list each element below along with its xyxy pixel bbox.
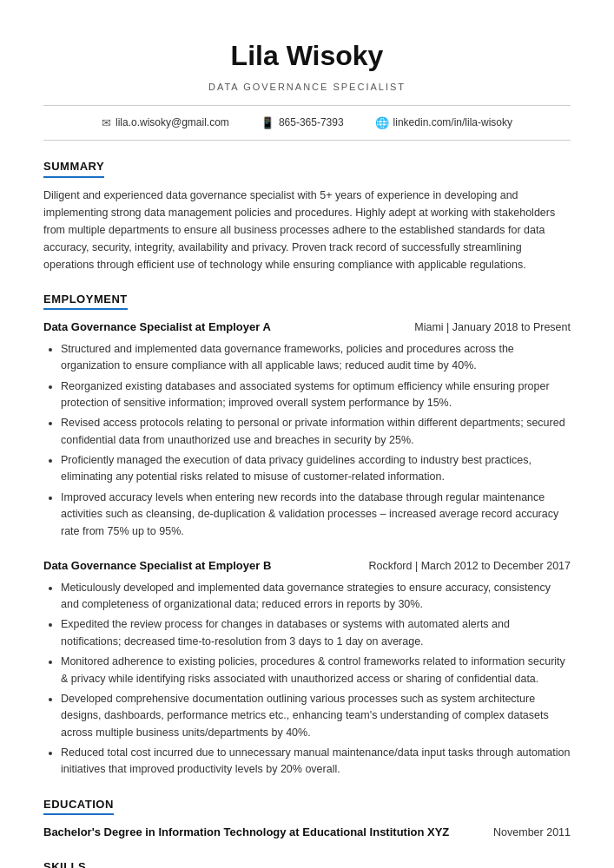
job-bullets-1: Structured and implemented data governan… (43, 341, 571, 540)
phone-contact: 📱 865-365-7393 (261, 115, 344, 132)
phone-icon: 📱 (261, 115, 274, 132)
education-entry: Bachelor's Degree in Information Technol… (43, 824, 571, 841)
list-item: Meticulously developed and implemented d… (61, 580, 571, 614)
list-item: Revised access protocols relating to per… (61, 415, 571, 449)
list-item: Reorganized existing databases and assoc… (61, 378, 571, 412)
education-title: EDUCATION (43, 796, 114, 816)
email-text: lila.o.wisoky@gmail.com (116, 115, 229, 130)
graduation-date: November 2011 (493, 825, 571, 841)
list-item: Expedited the review process for changes… (61, 616, 571, 650)
job-title-2: Data Governance Specialist at Employer B (43, 557, 271, 575)
skills-section: SKILLS Data Modeling Data Security Data … (43, 858, 571, 868)
skills-title: SKILLS (43, 858, 86, 868)
summary-text: Diligent and experienced data governance… (43, 187, 571, 273)
list-item: Reduced total cost incurred due to unnec… (61, 745, 571, 779)
employment-section: EMPLOYMENT Data Governance Specialist at… (43, 291, 571, 779)
list-item: Structured and implemented data governan… (61, 341, 571, 375)
job-header-1: Data Governance Specialist at Employer A… (43, 319, 571, 336)
header: Lila Wisoky DATA GOVERNANCE SPECIALIST (43, 35, 571, 95)
contact-divider (43, 140, 571, 141)
linkedin-text: linkedin.com/in/lila-wisoky (393, 115, 512, 130)
linkedin-contact: 🌐 linkedin.com/in/lila-wisoky (375, 115, 512, 132)
email-icon: ✉ (102, 115, 111, 132)
list-item: Improved accuracy levels when entering n… (61, 490, 571, 540)
summary-section: SUMMARY Diligent and experienced data go… (43, 158, 571, 273)
header-divider (43, 105, 571, 106)
phone-text: 865-365-7393 (279, 115, 344, 130)
job-entry-2: Data Governance Specialist at Employer B… (43, 557, 571, 779)
summary-title: SUMMARY (43, 158, 104, 178)
employment-title: EMPLOYMENT (43, 291, 128, 311)
job-location-date-1: Miami | January 2018 to Present (414, 319, 571, 336)
list-item: Developed comprehensive documentation ou… (61, 691, 571, 741)
list-item: Proficiently managed the execution of da… (61, 452, 571, 486)
job-title-1: Data Governance Specialist at Employer A (43, 319, 271, 336)
job-header-2: Data Governance Specialist at Employer B… (43, 557, 571, 575)
linkedin-icon: 🌐 (375, 115, 389, 132)
header-job-title: DATA GOVERNANCE SPECIALIST (43, 80, 571, 95)
contact-bar: ✉ lila.o.wisoky@gmail.com 📱 865-365-7393… (43, 115, 571, 132)
job-location-date-2: Rockford | March 2012 to December 2017 (368, 558, 571, 575)
list-item: Monitored adherence to existing policies… (61, 654, 571, 687)
job-entry-1: Data Governance Specialist at Employer A… (43, 319, 571, 540)
email-contact: ✉ lila.o.wisoky@gmail.com (102, 115, 229, 132)
degree-title: Bachelor's Degree in Information Technol… (43, 824, 449, 841)
education-section: EDUCATION Bachelor's Degree in Informati… (43, 796, 571, 841)
candidate-name: Lila Wisoky (43, 35, 571, 76)
job-bullets-2: Meticulously developed and implemented d… (43, 580, 571, 779)
